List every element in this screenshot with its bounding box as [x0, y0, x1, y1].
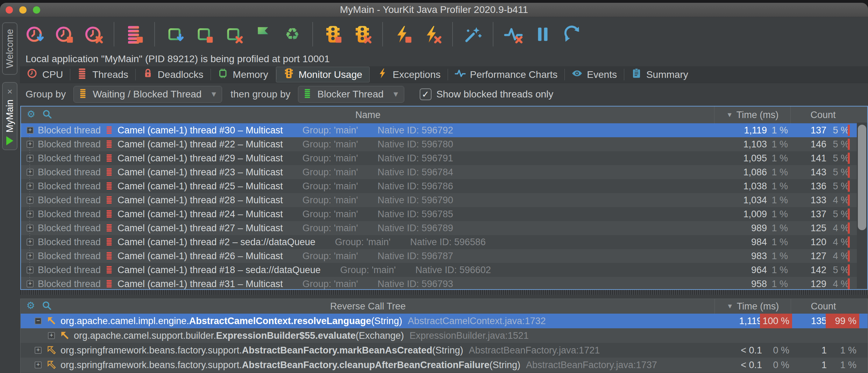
clear-monitor-results-button[interactable]	[353, 25, 372, 44]
tab-exceptions[interactable]: Exceptions	[370, 66, 448, 83]
scrollbar-thumb[interactable]	[858, 125, 866, 230]
inspections-button[interactable]	[463, 25, 482, 44]
stop-monitor-profiling-button[interactable]	[323, 25, 342, 44]
method-name: AbstractBeanFactory.cleanupAfterBeanCrea…	[242, 360, 490, 370]
group-by-dropdown[interactable]: Waiting / Blocked Thread ▼	[73, 86, 222, 103]
show-blocked-threads-checkbox[interactable]: ✓	[420, 88, 432, 100]
tab-cpu[interactable]: CPU	[20, 66, 70, 83]
table-row[interactable]: +Blocked thread Camel (camel-1) thread #…	[21, 137, 867, 151]
thread-native-id: Native ID: 596786	[378, 181, 453, 191]
sidebar-tab-welcome[interactable]: Welcome	[2, 22, 17, 75]
stop-cpu-profiling-button[interactable]	[55, 25, 74, 44]
expand-icon[interactable]: +	[35, 347, 42, 354]
expand-icon[interactable]: +	[27, 211, 34, 218]
clear-telemetry-button[interactable]	[504, 25, 523, 44]
column-header-time[interactable]: ▼ Time (ms)	[714, 107, 791, 123]
start-allocation-recording-button[interactable]	[165, 25, 184, 44]
table-row[interactable]: +Blocked thread Camel (camel-1) thread #…	[21, 277, 867, 289]
package-name: org.apache.camel.impl.engine.	[61, 316, 189, 326]
table-row[interactable]: +Blocked thread Camel (camel-1) thread #…	[21, 221, 867, 235]
table-row[interactable]: +Blocked thread Camel (camel-1) thread #…	[21, 165, 867, 179]
expand-icon[interactable]: +	[27, 141, 34, 148]
tab-label: Exceptions	[393, 69, 441, 80]
tab-threads[interactable]: Threads	[70, 66, 135, 83]
close-icon[interactable]: ×	[7, 87, 12, 96]
expand-icon[interactable]: +	[27, 280, 34, 287]
table-row[interactable]: +Blocked thread Camel (camel-1) thread #…	[21, 263, 867, 277]
force-gc-button[interactable]: ♻	[283, 25, 302, 44]
count-percent: 5 %	[811, 137, 849, 151]
call-tree-row[interactable]: − org.apache.camel.impl.engine.AbstractC…	[21, 314, 868, 328]
thread-group: Group: 'main'	[303, 251, 358, 261]
method-args: (String)	[371, 316, 402, 326]
table-row[interactable]: +Blocked thread Camel (camel-1) thread #…	[21, 207, 867, 221]
clear-cpu-results-button[interactable]	[84, 25, 103, 44]
tab-performance-charts[interactable]: Performance Charts	[448, 66, 565, 83]
package-name: org.apache.camel.support.builder.	[74, 330, 216, 341]
tab-monitor-usage[interactable]: Monitor Usage	[276, 67, 370, 82]
thread-name: Camel (camel-1) thread #30 – MulticastGr…	[118, 123, 453, 137]
stop-thread-profiling-button[interactable]	[125, 25, 144, 44]
stop-exception-profiling-button[interactable]	[393, 25, 412, 44]
refresh-button[interactable]	[563, 25, 582, 44]
call-tree-row[interactable]: + org.apache.camel.support.builder.Expre…	[21, 328, 868, 343]
red-threshold-marker	[848, 139, 850, 150]
clipboard-icon	[631, 68, 642, 81]
panel-splitter[interactable]	[20, 290, 868, 295]
expand-icon[interactable]: +	[35, 361, 42, 368]
thread-native-id: Native ID: 596791	[378, 153, 453, 163]
column-header-time[interactable]: ▼ Time (ms)	[714, 299, 791, 314]
expand-icon[interactable]: +	[27, 183, 34, 190]
expand-icon[interactable]: +	[27, 266, 34, 273]
then-group-by-dropdown[interactable]: Blocker Thread ▼	[298, 86, 404, 103]
expand-icon[interactable]: +	[27, 155, 34, 162]
thread-name: Camel (camel-1) thread #18 – seda://data…	[118, 263, 491, 277]
row-state-label: Blocked thread	[38, 179, 101, 193]
pause-telemetry-button[interactable]	[533, 25, 552, 44]
clear-allocation-results-button[interactable]	[224, 25, 243, 44]
table-row[interactable]: +Blocked thread Camel (camel-1) thread #…	[21, 151, 867, 165]
start-cpu-profiling-button[interactable]	[26, 25, 44, 44]
call-tree-row[interactable]: + org.springframework.beans.factory.supp…	[21, 343, 868, 358]
clear-exception-results-button[interactable]	[423, 25, 442, 44]
sidebar-tab-mymain[interactable]: × MyMain	[2, 82, 17, 150]
column-header-count[interactable]: Count	[791, 299, 856, 314]
time-percent: 1 %	[746, 263, 788, 277]
table-row[interactable]: +Blocked thread Camel (camel-1) thread #…	[21, 235, 867, 249]
generation-flag-button[interactable]	[254, 25, 272, 44]
eye-icon	[571, 68, 583, 81]
count-percent: 5 %	[811, 179, 849, 193]
expand-icon[interactable]: +	[27, 169, 34, 176]
tab-summary[interactable]: Summary	[624, 66, 695, 83]
column-header-count[interactable]: Count	[791, 107, 855, 123]
table-row[interactable]: +Blocked thread Camel (camel-1) thread #…	[21, 179, 867, 193]
running-app-play-icon	[6, 136, 13, 145]
time-percent: 1 %	[746, 207, 788, 221]
expand-icon[interactable]: +	[27, 239, 34, 246]
table-row[interactable]: +Blocked thread Camel (camel-1) thread #…	[21, 193, 867, 207]
table-row[interactable]: +Blocked thread Camel (camel-1) thread #…	[21, 249, 867, 263]
tab-memory[interactable]: Memory	[211, 66, 275, 83]
expand-icon[interactable]: +	[27, 225, 34, 232]
expand-icon[interactable]: −	[35, 317, 42, 324]
expand-icon[interactable]: +	[27, 197, 34, 204]
call-tree-row[interactable]: + org.springframework.beans.factory.supp…	[21, 358, 868, 372]
vertical-scrollbar[interactable]	[857, 123, 867, 288]
expand-icon[interactable]: +	[27, 253, 34, 259]
thread-native-id: Native ID: 596789	[378, 223, 453, 233]
thread-group: Group: 'main'	[303, 209, 358, 219]
table-row[interactable]: +Blocked thread Camel (camel-1) thread #…	[21, 123, 867, 137]
stop-allocation-recording-button[interactable]	[195, 25, 214, 44]
tab-events[interactable]: Events	[564, 66, 624, 83]
expand-icon[interactable]: +	[27, 127, 34, 134]
tab-deadlocks[interactable]: Deadlocks	[135, 66, 211, 83]
tab-label: Deadlocks	[158, 69, 204, 80]
red-threshold-marker	[848, 278, 850, 289]
thread-name: Camel (camel-1) thread #28 – MulticastGr…	[118, 193, 453, 207]
thread-group: Group: 'main'	[303, 139, 358, 149]
monitor-usage-panel: ⚙ Name ▼ Time (ms) Count +Blocked thread…	[20, 106, 868, 290]
expand-icon[interactable]: +	[48, 332, 55, 339]
pulse-icon	[455, 68, 466, 81]
toolbar-separator	[312, 22, 313, 46]
column-header-name[interactable]: Name	[21, 107, 715, 123]
